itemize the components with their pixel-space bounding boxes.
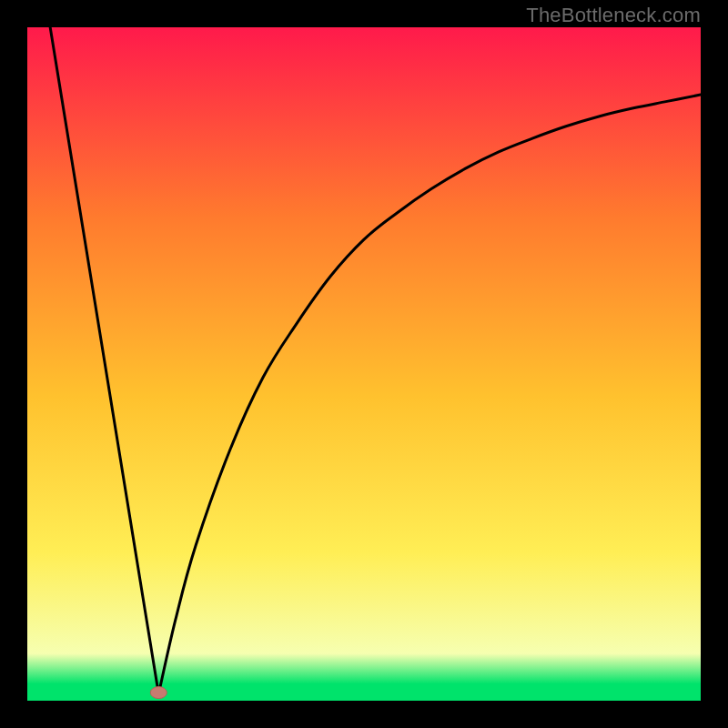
- plot-area: [27, 27, 701, 701]
- chart-frame: TheBottleneck.com: [0, 0, 728, 728]
- attribution-label: TheBottleneck.com: [526, 4, 701, 27]
- optimum-marker: [150, 687, 167, 699]
- bottleneck-chart: [27, 27, 701, 701]
- gradient-background: [27, 27, 701, 701]
